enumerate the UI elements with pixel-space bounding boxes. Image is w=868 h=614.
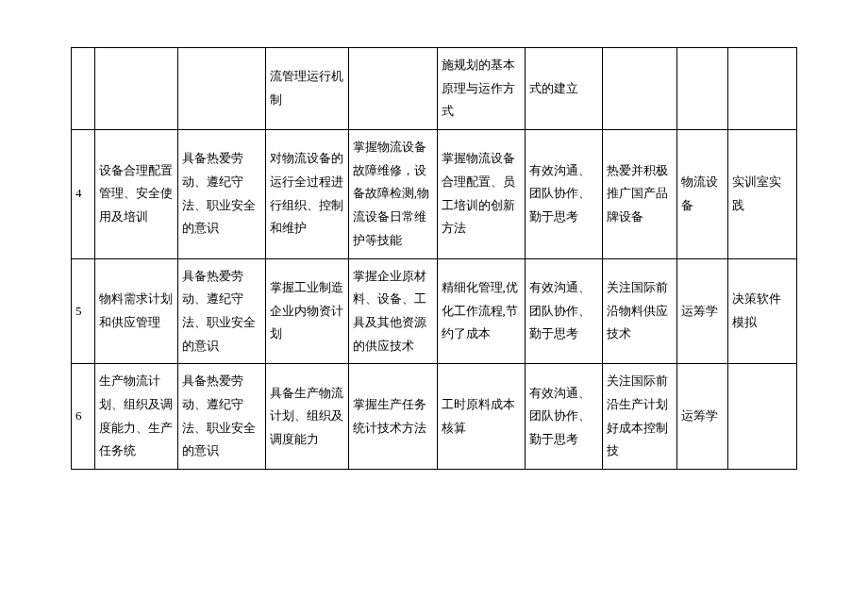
cell: 有效沟通、团队协作、勤于思考 bbox=[526, 364, 602, 470]
cell: 式的建立 bbox=[526, 48, 602, 130]
cell: 具备生产物流计划、组织及调度能力 bbox=[266, 364, 349, 470]
cell: 掌握生产任务统计技术方法 bbox=[348, 364, 437, 470]
cell: 具备热爱劳动、遵纪守法、职业安全的意识 bbox=[177, 364, 266, 470]
cell bbox=[602, 48, 676, 130]
cell: 施规划的基本原理与运作方式 bbox=[437, 48, 526, 130]
cell: 掌握企业原材料、设备、工具及其他资源的供应技术 bbox=[348, 258, 437, 364]
table-row: 4 设备合理配置管理、安全使用及培训 具备热爱劳动、遵纪守法、职业安全的意识 对… bbox=[72, 130, 797, 258]
cell: 实训室实践 bbox=[727, 130, 796, 258]
cell: 生产物流计划、组织及调度能力、生产任务统 bbox=[95, 364, 178, 470]
curriculum-table: 流管理运行机制 施规划的基本原理与运作方式 式的建立 4 设备合理配置管理、安全… bbox=[71, 47, 797, 470]
cell: 关注国际前沿物料供应技术 bbox=[602, 258, 676, 364]
cell bbox=[348, 48, 437, 130]
cell: 掌握物流设备故障维修，设备故障检测,物流设备日常维护等技能 bbox=[348, 130, 437, 258]
cell: 精细化管理,优化工作流程,节约了成本 bbox=[437, 258, 526, 364]
cell: 流管理运行机制 bbox=[266, 48, 349, 130]
cell: 运筹学 bbox=[676, 258, 727, 364]
cell: 工时原料成本核算 bbox=[437, 364, 526, 470]
cell: 关注国际前沿生产计划好成本控制技 bbox=[602, 364, 676, 470]
table-row: 流管理运行机制 施规划的基本原理与运作方式 式的建立 bbox=[72, 48, 797, 130]
cell: 物流设备 bbox=[676, 130, 727, 258]
cell bbox=[177, 48, 266, 130]
cell bbox=[676, 48, 727, 130]
cell: 决策软件模拟 bbox=[727, 258, 796, 364]
table-row: 6 生产物流计划、组织及调度能力、生产任务统 具备热爱劳动、遵纪守法、职业安全的… bbox=[72, 364, 797, 470]
cell: 具备热爱劳动、遵纪守法、职业安全的意识 bbox=[177, 130, 266, 258]
cell: 掌握工业制造企业内物资计划 bbox=[266, 258, 349, 364]
cell bbox=[727, 48, 796, 130]
cell: 热爱并积极推广国产品牌设备 bbox=[602, 130, 676, 258]
cell-num: 5 bbox=[72, 258, 95, 364]
cell: 有效沟通、团队协作、勤于思考 bbox=[526, 258, 602, 364]
cell bbox=[95, 48, 178, 130]
table-row: 5 物料需求计划和供应管理 具备热爱劳动、遵纪守法、职业安全的意识 掌握工业制造… bbox=[72, 258, 797, 364]
cell: 对物流设备的运行全过程进行组织、控制和维护 bbox=[266, 130, 349, 258]
cell: 运筹学 bbox=[676, 364, 727, 470]
cell-num: 4 bbox=[72, 130, 95, 258]
cell: 有效沟通、团队协作、勤于思考 bbox=[526, 130, 602, 258]
cell-num bbox=[72, 48, 95, 130]
cell bbox=[727, 364, 796, 470]
cell: 具备热爱劳动、遵纪守法、职业安全的意识 bbox=[177, 258, 266, 364]
cell-num: 6 bbox=[72, 364, 95, 470]
cell: 掌握物流设备合理配置、员工培训的创新方法 bbox=[437, 130, 526, 258]
cell: 设备合理配置管理、安全使用及培训 bbox=[95, 130, 178, 258]
cell: 物料需求计划和供应管理 bbox=[95, 258, 178, 364]
